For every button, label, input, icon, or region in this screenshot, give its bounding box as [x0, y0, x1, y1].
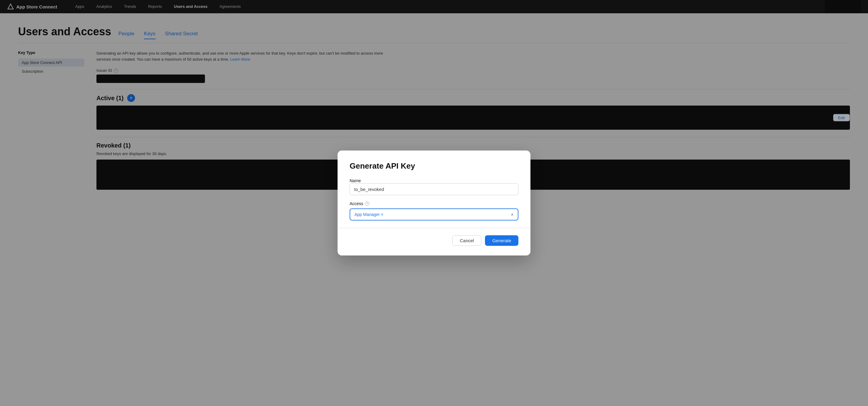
generate-button[interactable]: Generate — [485, 235, 518, 246]
access-tag-label: App Manager — [354, 212, 380, 217]
modal-dialog: Generate API Key Name Access ? App Manag… — [338, 150, 530, 256]
access-label: Access — [350, 201, 363, 206]
name-label: Name — [350, 178, 361, 183]
access-label-row: Access ? — [350, 201, 518, 206]
cancel-button[interactable]: Cancel — [453, 235, 482, 246]
modal-overlay: Generate API Key Name Access ? App Manag… — [0, 0, 868, 406]
access-help-icon[interactable]: ? — [365, 202, 369, 206]
modal-footer: Cancel Generate — [350, 235, 518, 246]
chevron-up-icon: ∧ — [511, 212, 514, 216]
access-select[interactable]: App Manager × ∧ — [350, 208, 518, 221]
access-tag-close[interactable]: × — [381, 212, 383, 217]
access-tag: App Manager × — [354, 212, 383, 217]
modal-title: Generate API Key — [350, 162, 518, 171]
api-key-name-input[interactable] — [350, 183, 518, 195]
modal-divider — [338, 228, 530, 228]
